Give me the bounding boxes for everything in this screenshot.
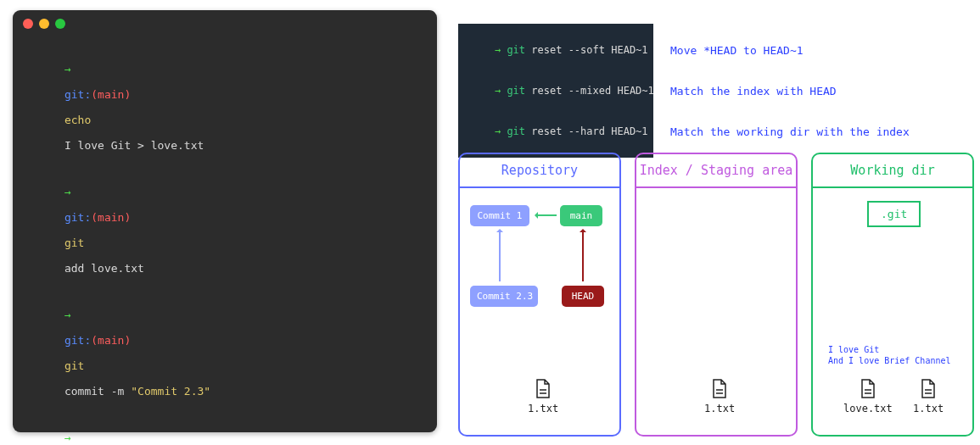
command-strip: → git reset --hard HEAD~1 [458,105,653,158]
terminal-line: → git:(main) git commit -m "Commit 2.3" [13,292,437,414]
command: git [64,236,84,249]
prompt-arrow-icon: → [495,125,501,137]
file-label: love.txt [843,403,893,414]
file-label: 1.txt [704,403,735,414]
command-args: I love Git > love.txt [64,139,204,152]
branch-node: main [560,205,602,226]
head-node: HEAD [562,286,604,307]
arrow-main-to-commit1 [536,214,557,216]
file-icon [712,379,727,399]
strip-git: git [507,125,525,137]
git-dir-box: .git [867,201,921,227]
file-icon [535,379,551,399]
file-item: love.txt [843,379,893,414]
terminal-body: → git:(main) echo I love Git > love.txt … [13,46,437,445]
strip-git: git [507,44,525,56]
diagram-panels: Repository Commit 1 main Commit 2.3 HEAD… [458,153,974,437]
terminal-window: → git:(main) echo I love Git > love.txt … [13,10,437,432]
command: echo [64,114,91,126]
file-item: 1.txt [913,379,944,414]
file-item: 1.txt [704,379,735,414]
terminal-line: → git:(main) echo I love Git > love.txt [13,46,437,169]
prompt-branch: (main) [91,334,131,347]
command-args-prefix: commit -m [64,385,131,398]
file-item: 1.txt [528,379,558,414]
prompt-git: git: [64,88,91,101]
explanation-text: Match the working dir with the index [670,125,910,138]
terminal-line: → git:(main) git reset --mixed HEAD~1 [13,414,437,445]
command-args: add love.txt [64,262,144,275]
panel-title: Working dir [813,154,972,188]
command-quote: "Commit 2.3" [131,385,210,398]
index-panel: Index / Staging area 1.txt [635,153,798,437]
prompt-arrow-icon: → [64,186,71,198]
explanation-text: Move *HEAD to HEAD~1 [670,44,804,57]
prompt-arrow-icon: → [64,309,71,321]
arrow-head-to-main [582,231,584,281]
arrow-commit23-to-commit1 [499,231,501,281]
file-icon [860,379,876,399]
terminal-line: → git:(main) git add love.txt [13,169,437,292]
file-icon [921,379,936,399]
window-traffic-lights [13,19,437,29]
prompt-branch: (main) [91,211,131,224]
prompt-git: git: [64,211,91,224]
strip-rest: reset --soft HEAD~1 [531,44,647,56]
commit-node: Commit 2.3 [470,286,538,307]
strip-rest: reset --hard HEAD~1 [531,125,647,137]
prompt-arrow-icon: → [64,431,71,444]
maximize-icon[interactable] [55,19,65,29]
explanation-text: Match the index with HEAD [670,85,837,97]
reset-mode-row: → git reset --hard HEAD~1 Match the work… [458,105,910,158]
working-dir-panel: Working dir .git I love Git And I love B… [811,153,974,437]
command: git [64,359,84,372]
prompt-arrow-icon: → [495,44,501,56]
prompt-git: git: [64,334,91,347]
prompt-arrow-icon: → [64,63,71,75]
commit-node: Commit 1 [470,205,529,226]
panel-title: Repository [460,154,619,188]
minimize-icon[interactable] [39,19,49,29]
strip-rest: reset --mixed HEAD~1 [531,85,654,97]
prompt-branch: (main) [91,88,131,101]
close-icon[interactable] [23,19,33,29]
file-content-line: And I love Brief Channel [828,356,951,365]
panel-title: Index / Staging area [636,154,796,188]
file-content-line: I love Git [828,345,879,354]
prompt-arrow-icon: → [495,85,501,97]
repository-panel: Repository Commit 1 main Commit 2.3 HEAD… [458,153,621,437]
file-label: 1.txt [528,403,558,414]
strip-git: git [507,85,525,97]
file-label: 1.txt [913,403,944,414]
